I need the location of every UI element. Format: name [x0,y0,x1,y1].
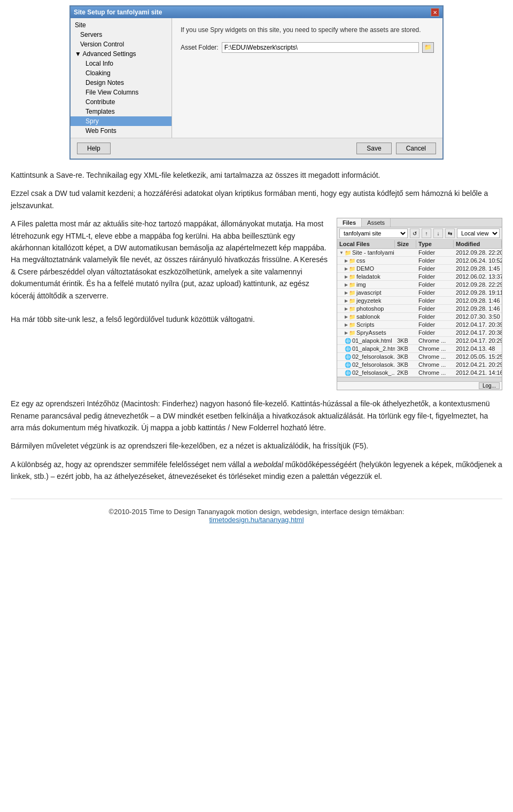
table-row[interactable]: 🌐01_alapok.html 3KB Chrome ... 2012.04.1… [337,337,502,345]
view-select[interactable]: Local view [457,228,500,238]
tree-item-version-control[interactable]: Version Control [71,40,172,49]
table-row[interactable]: ▶📁DEMO Folder 2012.09.28. 1:45 [337,265,502,273]
tree-item-advanced-settings[interactable]: ▼ Advanced Settings [71,49,172,59]
close-button[interactable]: ✕ [431,8,439,17]
tree-item-design-notes[interactable]: Design Notes [71,78,172,88]
file-name-cell: ▶📁photoshop [337,305,395,312]
help-button[interactable]: Help [77,143,111,154]
upload-button[interactable]: ↑ [422,228,431,238]
cancel-button[interactable]: Cancel [396,143,436,154]
asset-folder-row: Asset Folder: 📁 [181,42,434,53]
expand-icon: ▶ [345,298,348,303]
file-name-cell: 🌐01_alapok_2.html [337,345,395,352]
table-row[interactable]: 🌐02_felsorolasok.... 3KB Chrome ... 2012… [337,353,502,361]
expand-icon: ▼ [339,250,344,255]
file-modified-cell: 2012.04.17. 20:39 [454,321,502,328]
file-modified-cell: 2012.06.02. 13:37 [454,273,502,280]
file-modified-cell: 2012.09.28. 1:46 [454,297,502,304]
file-size-cell [395,292,416,293]
dialog-right-panel: If you use Spry widgets on this site, yo… [172,18,442,138]
tab-assets[interactable]: Assets [362,218,391,227]
file-type-cell: Chrome ... [416,353,454,360]
tree-item-cloaking[interactable]: Cloaking [71,68,172,78]
table-row[interactable]: 🌐02_felsorolasok... 3KB Chrome ... 2012.… [337,361,502,369]
table-row[interactable]: ▶📁javascript Folder 2012.09.28. 19:11 [337,289,502,297]
html-icon: 🌐 [345,346,351,352]
tree-item-file-view-columns[interactable]: File View Columns [71,88,172,97]
folder-icon: 📁 [349,258,355,264]
file-modified-cell: 2012.09.28. 19:11 [454,289,502,296]
footer-link[interactable]: timetodesign.hu/tananyag.html [209,516,304,524]
files-toolbar: tanfolyami site ↺ ↑ ↓ ⇆ Local view [337,227,502,240]
folder-icon: 📁 [349,330,355,336]
asset-folder-input[interactable] [222,42,419,53]
table-row[interactable]: 🌐02_felsolasok_.... 2KB Chrome ... 2012.… [337,369,502,377]
refresh-button[interactable]: ↺ [410,228,419,238]
sync-button[interactable]: ⇆ [445,228,455,238]
file-type-cell: Folder [416,281,454,288]
tab-files[interactable]: Files [337,218,362,227]
table-row[interactable]: ▶📁SpryAssets Folder 2012.04.17. 20:38 [337,329,502,337]
site-select[interactable]: tanfolyami site [339,228,408,238]
file-modified-cell: 2012.09.28. 1:46 [454,305,502,312]
table-row[interactable]: ▶📁Scripts Folder 2012.04.17. 20:39 [337,321,502,329]
file-type-cell: Chrome ... [416,369,454,376]
table-row[interactable]: ▶📁jegyzetek Folder 2012.09.28. 1:46 [337,297,502,305]
table-row[interactable]: ▶📁css Folder 2012.06.24. 10:52 [337,257,502,265]
tree-item-spry[interactable]: Spry [71,116,172,126]
horizontal-scrollbar[interactable] [337,377,502,381]
tree-item-contribute[interactable]: Contribute [71,97,172,107]
file-size-cell [395,252,416,253]
file-size-cell [395,260,416,261]
file-modified-cell: 2012.04.17. 20:38 [454,329,502,336]
file-size-cell [395,300,416,301]
spry-description: If you use Spry widgets on this site, yo… [181,26,434,35]
file-name-cell: ▶📁css [337,257,395,264]
table-row[interactable]: ▶📁sablonok Folder 2012.07.30. 3:50 [337,313,502,321]
page-footer: ©2010-2015 Time to Design Tananyagok mot… [11,499,502,524]
paragraph-4: Ez egy az oprendszeri Intézőhöz (Macinto… [11,398,502,433]
paragraph-5: Bármilyen műveletet végzünk is az oprend… [11,440,502,452]
file-type-cell: Chrome ... [416,345,454,352]
tree-item-servers[interactable]: Servers [71,30,172,40]
table-row[interactable]: ▶📁photoshop Folder 2012.09.28. 1:46 [337,305,502,313]
file-size-cell [395,308,416,309]
file-type-cell: Chrome ... [416,337,454,344]
tree-item-web-fonts[interactable]: Web Fonts [71,126,172,136]
dialog-left-panel: Site Servers Version Control ▼ Advanced … [71,18,172,138]
expand-icon: ▶ [345,314,348,319]
col-type: Type [416,240,454,248]
file-name-cell: ▶📁SpryAssets [337,329,395,336]
table-row[interactable]: ▼📁Site - tanfolyami site ... Folder 2012… [337,249,502,257]
file-name-cell: ▶📁img [337,281,395,288]
file-type-cell: Folder [416,321,454,328]
file-modified-cell: 2012.04.13. 48 [454,345,502,352]
file-type-cell: Folder [416,249,454,256]
folder-icon: 📁 [345,250,351,256]
table-row[interactable]: ▶📁feladatok Folder 2012.06.02. 13:37 [337,273,502,281]
table-row[interactable]: ▶📁img Folder 2012.09.28. 22:29 [337,281,502,289]
tree-item-local-info[interactable]: Local Info [71,59,172,68]
file-name-cell: ▶📁sablonok [337,313,395,320]
dialog-title: Site Setup for tanfolyami site [74,9,162,16]
save-button[interactable]: Save [356,143,391,154]
file-size-cell: 3KB [395,361,416,368]
expand-icon: ▶ [345,290,348,295]
table-row[interactable]: 🌐01_alapok_2.html 3KB Chrome ... 2012.04… [337,345,502,353]
file-size-cell: 2KB [395,369,416,376]
file-name-cell: ▶📁Scripts [337,321,395,328]
file-modified-cell: 2012.04.17. 20:29 [454,337,502,344]
tree-item-templates[interactable]: Templates [71,107,172,116]
file-size-cell: 3KB [395,345,416,352]
log-button[interactable]: Log... [479,382,500,389]
file-size-cell [395,268,416,269]
asset-browse-button[interactable]: 📁 [422,42,434,53]
file-type-cell: Folder [416,265,454,272]
file-size-cell [395,316,416,317]
files-list: ▼📁Site - tanfolyami site ... Folder 2012… [337,249,502,377]
html-icon: 🌐 [345,338,351,344]
files-col-header: Local Files Size Type Modified [337,240,502,249]
download-button[interactable]: ↓ [433,228,443,238]
tree-item-site[interactable]: Site [71,20,172,30]
file-name-cell: ▶📁DEMO [337,265,395,272]
